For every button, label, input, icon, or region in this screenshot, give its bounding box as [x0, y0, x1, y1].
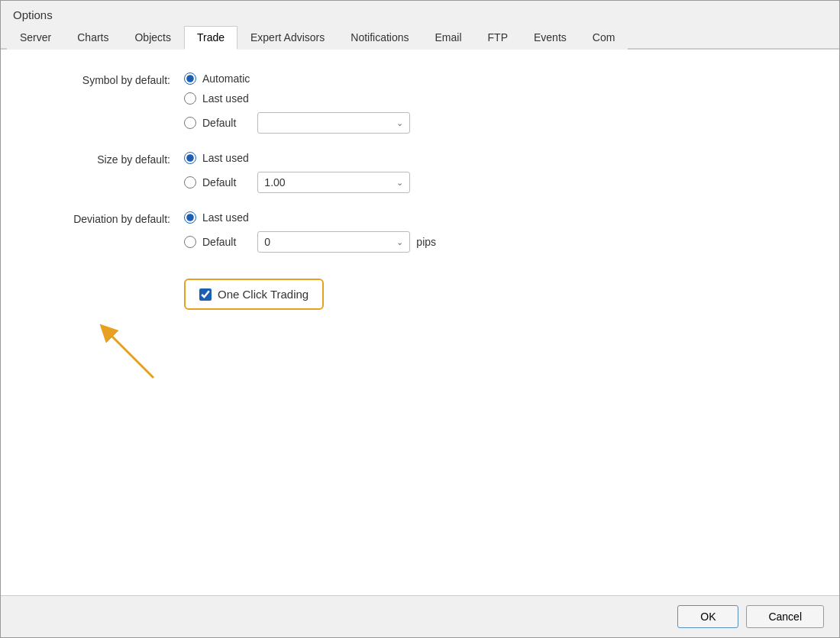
arrow-annotation	[92, 317, 184, 385]
tab-expert-advisors[interactable]: Expert Advisors	[237, 26, 338, 50]
size-radio-group: Last used Default 1.00 ⌄	[184, 152, 410, 193]
deviation-lastused-row: Last used	[184, 211, 436, 224]
deviation-lastused-radio[interactable]	[184, 211, 196, 224]
dialog-title: Options	[1, 1, 839, 26]
svg-line-0	[106, 330, 153, 378]
symbol-lastused-label[interactable]: Last used	[202, 92, 249, 105]
tab-com[interactable]: Com	[580, 26, 628, 50]
cancel-button[interactable]: Cancel	[746, 605, 824, 628]
tab-trade[interactable]: Trade	[184, 26, 237, 50]
deviation-dropdown-arrow: ⌄	[396, 237, 403, 247]
symbol-default-label[interactable]: Default	[202, 117, 236, 129]
size-label: Size by default:	[47, 152, 184, 166]
symbol-automatic-row: Automatic	[184, 72, 410, 85]
size-lastused-radio[interactable]	[184, 152, 196, 164]
symbol-dropdown[interactable]: ⌄	[257, 112, 410, 134]
deviation-group: Deviation by default: Last used Default …	[47, 211, 793, 253]
symbol-automatic-radio[interactable]	[184, 72, 196, 85]
symbol-label: Symbol by default:	[47, 72, 184, 86]
symbol-lastused-row: Last used	[184, 92, 410, 105]
symbol-lastused-radio[interactable]	[184, 92, 196, 105]
content-area: Symbol by default: Automatic Last used D…	[1, 50, 839, 595]
symbol-automatic-label[interactable]: Automatic	[202, 72, 250, 85]
deviation-default-radio[interactable]	[184, 236, 196, 248]
size-lastused-row: Last used	[184, 152, 410, 164]
size-dropdown-value: 1.00	[264, 176, 285, 188]
tab-charts[interactable]: Charts	[64, 26, 121, 50]
symbol-default-row: Default ⌄	[184, 112, 410, 134]
size-default-label[interactable]: Default	[202, 176, 236, 188]
size-dropdown[interactable]: 1.00 ⌄	[257, 172, 410, 193]
tab-notifications[interactable]: Notifications	[338, 26, 422, 50]
size-dropdown-arrow: ⌄	[396, 178, 403, 188]
ok-button[interactable]: OK	[677, 605, 738, 628]
tab-objects[interactable]: Objects	[121, 26, 183, 50]
deviation-default-label[interactable]: Default	[202, 236, 236, 248]
deviation-unit: pips	[416, 236, 436, 248]
deviation-lastused-label[interactable]: Last used	[202, 211, 249, 224]
size-lastused-label[interactable]: Last used	[202, 152, 249, 164]
one-click-trading-checkbox-container[interactable]: One Click Trading	[184, 279, 324, 310]
deviation-radio-group: Last used Default 0 ⌄ pips	[184, 211, 436, 253]
tab-bar: Server Charts Objects Trade Expert Advis…	[1, 26, 839, 50]
one-click-trading-checkbox[interactable]	[199, 288, 212, 301]
symbol-default-radio[interactable]	[184, 117, 196, 129]
size-default-row: Default 1.00 ⌄	[184, 172, 410, 193]
bottom-bar: OK Cancel	[1, 595, 839, 637]
deviation-default-row: Default 0 ⌄ pips	[184, 231, 436, 253]
tab-ftp[interactable]: FTP	[475, 26, 521, 50]
deviation-dropdown-row: 0 ⌄ pips	[242, 231, 436, 253]
tab-email[interactable]: Email	[422, 26, 475, 50]
deviation-label: Deviation by default:	[47, 211, 184, 225]
one-click-trading-section: One Click Trading	[47, 271, 793, 310]
deviation-dropdown[interactable]: 0 ⌄	[257, 231, 410, 253]
deviation-dropdown-value: 0	[264, 236, 270, 248]
symbol-dropdown-arrow: ⌄	[396, 118, 403, 128]
one-click-trading-label: One Click Trading	[218, 288, 309, 301]
size-default-radio[interactable]	[184, 176, 196, 188]
tab-events[interactable]: Events	[521, 26, 580, 50]
symbol-radio-group: Automatic Last used Default ⌄	[184, 72, 410, 134]
options-dialog: Options Server Charts Objects Trade Expe…	[0, 0, 840, 638]
size-group: Size by default: Last used Default 1.00 …	[47, 152, 793, 193]
tab-server[interactable]: Server	[7, 26, 64, 50]
symbol-group: Symbol by default: Automatic Last used D…	[47, 72, 793, 134]
